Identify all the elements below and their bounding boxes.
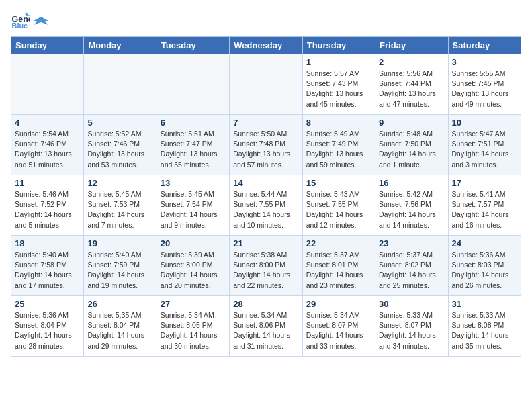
logo-bird: [34, 15, 48, 28]
day-info: Sunrise: 5:51 AMSunset: 7:47 PMDaylight:…: [161, 129, 226, 170]
day-info: Sunrise: 5:41 AMSunset: 7:57 PMDaylight:…: [452, 189, 517, 230]
calendar-cell: 9Sunrise: 5:48 AMSunset: 7:50 PMDaylight…: [375, 115, 448, 175]
calendar-table: SundayMondayTuesdayWednesdayThursdayFrid…: [11, 36, 521, 357]
day-info: Sunrise: 5:34 AMSunset: 8:05 PMDaylight:…: [161, 310, 226, 351]
day-number: 17: [452, 178, 517, 188]
calendar-cell: 28Sunrise: 5:34 AMSunset: 8:06 PMDayligh…: [230, 296, 302, 357]
day-number: 27: [161, 299, 226, 309]
day-number: 19: [87, 238, 152, 248]
header: General Blue: [11, 11, 521, 30]
day-info: Sunrise: 5:34 AMSunset: 8:06 PMDaylight:…: [233, 310, 298, 351]
weekday-sunday: Sunday: [11, 37, 84, 54]
weekday-tuesday: Tuesday: [157, 37, 229, 54]
day-number: 24: [452, 238, 517, 248]
svg-marker-4: [34, 17, 48, 25]
day-info: Sunrise: 5:39 AMSunset: 8:00 PMDaylight:…: [161, 250, 226, 291]
day-number: 28: [233, 299, 298, 309]
calendar-cell: 16Sunrise: 5:42 AMSunset: 7:56 PMDayligh…: [375, 175, 448, 236]
calendar-cell: 6Sunrise: 5:51 AMSunset: 7:47 PMDaylight…: [157, 115, 229, 175]
day-number: 7: [233, 118, 298, 128]
day-number: 8: [306, 118, 371, 128]
calendar-cell: 11Sunrise: 5:46 AMSunset: 7:52 PMDayligh…: [11, 175, 84, 236]
calendar-cell: 24Sunrise: 5:36 AMSunset: 8:03 PMDayligh…: [448, 236, 521, 296]
day-number: 26: [87, 299, 152, 309]
calendar-cell: 22Sunrise: 5:37 AMSunset: 8:01 PMDayligh…: [302, 236, 375, 296]
calendar-cell: 26Sunrise: 5:35 AMSunset: 8:04 PMDayligh…: [84, 296, 157, 357]
calendar-cell: 15Sunrise: 5:43 AMSunset: 7:55 PMDayligh…: [302, 175, 375, 236]
svg-text:Blue: Blue: [12, 21, 28, 30]
weekday-friday: Friday: [375, 37, 448, 54]
calendar-cell: 29Sunrise: 5:34 AMSunset: 8:07 PMDayligh…: [302, 296, 375, 357]
logo: General Blue: [11, 11, 50, 30]
day-number: 23: [379, 238, 444, 248]
day-info: Sunrise: 5:34 AMSunset: 8:07 PMDaylight:…: [306, 310, 371, 351]
day-number: 29: [306, 299, 371, 309]
day-number: 16: [379, 178, 444, 188]
calendar-cell: 25Sunrise: 5:36 AMSunset: 8:04 PMDayligh…: [11, 296, 84, 357]
day-info: Sunrise: 5:43 AMSunset: 7:55 PMDaylight:…: [306, 189, 371, 230]
calendar-cell: 1Sunrise: 5:57 AMSunset: 7:43 PMDaylight…: [302, 54, 375, 115]
day-number: 13: [161, 178, 226, 188]
day-info: Sunrise: 5:35 AMSunset: 8:04 PMDaylight:…: [87, 310, 152, 351]
day-info: Sunrise: 5:56 AMSunset: 7:44 PMDaylight:…: [379, 68, 444, 109]
day-number: 20: [161, 238, 226, 248]
week-row-1: 1Sunrise: 5:57 AMSunset: 7:43 PMDaylight…: [11, 54, 521, 115]
calendar-cell: [230, 54, 302, 115]
calendar-cell: 12Sunrise: 5:45 AMSunset: 7:53 PMDayligh…: [84, 175, 157, 236]
day-info: Sunrise: 5:38 AMSunset: 8:00 PMDaylight:…: [233, 250, 298, 291]
day-info: Sunrise: 5:49 AMSunset: 7:49 PMDaylight:…: [306, 129, 371, 170]
calendar-cell: 3Sunrise: 5:55 AMSunset: 7:45 PMDaylight…: [448, 54, 521, 115]
day-info: Sunrise: 5:36 AMSunset: 8:04 PMDaylight:…: [15, 310, 80, 351]
calendar-cell: 23Sunrise: 5:37 AMSunset: 8:02 PMDayligh…: [375, 236, 448, 296]
day-number: 10: [452, 118, 517, 128]
calendar-cell: 21Sunrise: 5:38 AMSunset: 8:00 PMDayligh…: [230, 236, 302, 296]
calendar-cell: 2Sunrise: 5:56 AMSunset: 7:44 PMDaylight…: [375, 54, 448, 115]
calendar-cell: 19Sunrise: 5:40 AMSunset: 7:59 PMDayligh…: [84, 236, 157, 296]
day-number: 9: [379, 118, 444, 128]
weekday-header-row: SundayMondayTuesdayWednesdayThursdayFrid…: [11, 37, 521, 54]
weekday-saturday: Saturday: [448, 37, 521, 54]
week-row-5: 25Sunrise: 5:36 AMSunset: 8:04 PMDayligh…: [11, 296, 521, 357]
day-info: Sunrise: 5:42 AMSunset: 7:56 PMDaylight:…: [379, 189, 444, 230]
day-info: Sunrise: 5:47 AMSunset: 7:51 PMDaylight:…: [452, 129, 517, 170]
day-info: Sunrise: 5:45 AMSunset: 7:54 PMDaylight:…: [161, 189, 226, 230]
calendar-cell: 18Sunrise: 5:40 AMSunset: 7:58 PMDayligh…: [11, 236, 84, 296]
day-info: Sunrise: 5:44 AMSunset: 7:55 PMDaylight:…: [233, 189, 298, 230]
day-number: 18: [15, 238, 80, 248]
calendar-cell: 4Sunrise: 5:54 AMSunset: 7:46 PMDaylight…: [11, 115, 84, 175]
calendar-cell: 27Sunrise: 5:34 AMSunset: 8:05 PMDayligh…: [157, 296, 229, 357]
calendar-cell: 31Sunrise: 5:33 AMSunset: 8:08 PMDayligh…: [448, 296, 521, 357]
calendar-cell: [84, 54, 157, 115]
calendar-cell: 5Sunrise: 5:52 AMSunset: 7:46 PMDaylight…: [84, 115, 157, 175]
day-number: 6: [161, 118, 226, 128]
week-row-4: 18Sunrise: 5:40 AMSunset: 7:58 PMDayligh…: [11, 236, 521, 296]
day-info: Sunrise: 5:52 AMSunset: 7:46 PMDaylight:…: [87, 129, 152, 170]
calendar-cell: 8Sunrise: 5:49 AMSunset: 7:49 PMDaylight…: [302, 115, 375, 175]
calendar-cell: 13Sunrise: 5:45 AMSunset: 7:54 PMDayligh…: [157, 175, 229, 236]
calendar-cell: 20Sunrise: 5:39 AMSunset: 8:00 PMDayligh…: [157, 236, 229, 296]
day-info: Sunrise: 5:36 AMSunset: 8:03 PMDaylight:…: [452, 250, 517, 291]
day-info: Sunrise: 5:48 AMSunset: 7:50 PMDaylight:…: [379, 129, 444, 170]
week-row-3: 11Sunrise: 5:46 AMSunset: 7:52 PMDayligh…: [11, 175, 521, 236]
day-number: 11: [15, 178, 80, 188]
weekday-monday: Monday: [84, 37, 157, 54]
day-number: 2: [379, 57, 444, 67]
calendar-cell: 14Sunrise: 5:44 AMSunset: 7:55 PMDayligh…: [230, 175, 302, 236]
day-info: Sunrise: 5:55 AMSunset: 7:45 PMDaylight:…: [452, 68, 517, 109]
logo-icon: General Blue: [11, 11, 30, 30]
week-row-2: 4Sunrise: 5:54 AMSunset: 7:46 PMDaylight…: [11, 115, 521, 175]
day-number: 21: [233, 238, 298, 248]
day-info: Sunrise: 5:54 AMSunset: 7:46 PMDaylight:…: [15, 129, 80, 170]
day-info: Sunrise: 5:37 AMSunset: 8:02 PMDaylight:…: [379, 250, 444, 291]
day-number: 5: [87, 118, 152, 128]
day-info: Sunrise: 5:50 AMSunset: 7:48 PMDaylight:…: [233, 129, 298, 170]
day-number: 12: [87, 178, 152, 188]
day-number: 3: [452, 57, 517, 67]
calendar-cell: 7Sunrise: 5:50 AMSunset: 7:48 PMDaylight…: [230, 115, 302, 175]
day-info: Sunrise: 5:37 AMSunset: 8:01 PMDaylight:…: [306, 250, 371, 291]
svg-marker-3: [26, 12, 30, 16]
day-info: Sunrise: 5:57 AMSunset: 7:43 PMDaylight:…: [306, 68, 371, 109]
day-number: 30: [379, 299, 444, 309]
weekday-thursday: Thursday: [302, 37, 375, 54]
calendar-cell: 30Sunrise: 5:33 AMSunset: 8:07 PMDayligh…: [375, 296, 448, 357]
